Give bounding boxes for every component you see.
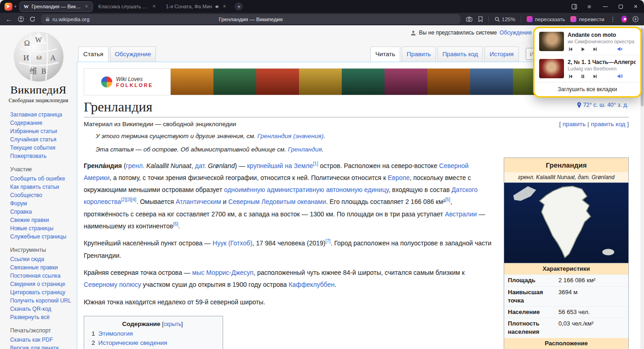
zoom-control[interactable]: 125% — [494, 17, 515, 22]
pause-icon[interactable] — [580, 74, 586, 79]
text-segment: . — [323, 133, 325, 140]
retell-button[interactable]: пересказать — [527, 16, 565, 22]
text-segment: Крупнейший населённый пункт острова — — [84, 239, 213, 247]
kebab-menu-icon[interactable]: ⋮ — [610, 16, 616, 23]
toc-link[interactable]: Исторические сведения — [98, 339, 167, 346]
text-link[interactable]: крупнейший на Земле — [247, 162, 313, 169]
tab-read[interactable]: Читать — [370, 47, 400, 62]
previous-track-icon[interactable] — [568, 74, 573, 79]
sidebar-item-permanent-link[interactable]: Постоянная ссылка — [10, 273, 60, 279]
reference-link[interactable]: [5] — [445, 198, 450, 203]
wikipedia-logo[interactable]: Ω W И ω A 维 В — [12, 29, 66, 83]
text-link[interactable]: Австралии — [445, 210, 477, 218]
browser-tab-classic-music[interactable]: Классика слушать онлайн × — [94, 2, 160, 12]
previous-track-icon[interactable] — [568, 47, 573, 52]
hatnote[interactable]: Эта статья — об острове. Об администрати… — [96, 145, 629, 154]
close-tab-icon[interactable]: × — [85, 4, 88, 9]
play-icon[interactable] — [580, 47, 586, 52]
sidebar-item-contents[interactable]: Содержание — [10, 120, 42, 126]
translate-button[interactable]: перевести — [570, 16, 604, 22]
voice-assistant-icon[interactable] — [621, 16, 627, 23]
sidebar-item-related-changes[interactable]: Связанные правки — [10, 264, 58, 271]
browser-tab-sonata[interactable]: 1-я Соната, Фа Мин × — [162, 2, 230, 12]
text-link[interactable]: Северному полюсу — [84, 281, 141, 288]
sidebar-item-recent-changes[interactable]: Свежие правки — [10, 217, 49, 223]
sidebar-item-how-to-edit[interactable]: Как править статьи — [10, 184, 59, 190]
text-link[interactable]: гренл. — [126, 162, 144, 169]
sidebar-item-forum[interactable]: Форум — [10, 200, 27, 207]
text-link[interactable]: дат. — [195, 162, 206, 169]
profile-icon[interactable] — [18, 16, 24, 22]
side-panel-icon[interactable] — [571, 4, 577, 10]
sidebar-item-new-pages[interactable]: Новые страницы — [10, 225, 53, 232]
new-tab-button[interactable]: + — [235, 2, 243, 11]
text-link[interactable]: Нуук (Готхоб) — [213, 239, 253, 247]
sidebar-item-help[interactable]: Справка — [10, 209, 32, 215]
mute-all-tabs-button[interactable]: Заглушить все вкладки — [535, 82, 640, 96]
sidebar-item-current-events[interactable]: Текущие события — [10, 145, 55, 151]
sidebar-item-featured[interactable]: Избранные статьи — [10, 128, 57, 134]
menu-icon[interactable]: ≡ — [587, 3, 591, 10]
sidebar-item-expand-all[interactable]: Развернуть всё — [10, 314, 50, 320]
volume-icon[interactable] — [617, 73, 623, 79]
browser-logo-icon[interactable] — [5, 3, 12, 11]
reference-link[interactable]: [1] — [313, 161, 318, 166]
reference-link[interactable]: [6] — [173, 221, 178, 227]
table-of-contents: Содержание [скрыть] 1Этимология 2Историч… — [84, 316, 223, 349]
address-bar[interactable]: ru.wikipedia.org Гренландия — Википедия — [41, 14, 460, 24]
text-link[interactable]: Атлантическим — [176, 198, 221, 205]
downloads-icon[interactable] — [632, 16, 638, 22]
satellite-image[interactable] — [504, 182, 628, 263]
tab-edit[interactable]: Править — [402, 47, 436, 62]
sidebar-item-random[interactable]: Случайная статья — [10, 136, 56, 143]
tab-article[interactable]: Статья — [78, 47, 109, 62]
sidebar-item-donate[interactable]: Пожертвовать — [10, 153, 46, 159]
maximize-icon[interactable] — [619, 5, 623, 9]
browser-tab-wikipedia[interactable]: W Гренландия — Википедия × — [20, 2, 92, 12]
next-track-icon[interactable] — [592, 74, 598, 79]
edit-source-link[interactable]: править код — [591, 121, 625, 128]
text-link[interactable]: Гренландия — [288, 146, 322, 153]
tab-talk[interactable]: Обсуждение — [110, 47, 156, 62]
text-link[interactable]: Гренландия (значения) — [258, 133, 324, 140]
tab-edit-source[interactable]: Править код — [437, 47, 483, 62]
edit-link[interactable]: править — [563, 121, 586, 128]
text-link[interactable]: Каффеклуббен — [288, 281, 334, 288]
next-track-icon[interactable] — [592, 47, 598, 52]
tab-history[interactable]: История — [484, 47, 518, 62]
zoom-level: 125% — [502, 17, 515, 22]
close-window-icon[interactable]: × — [634, 3, 638, 10]
reference-link[interactable]: [7] — [326, 239, 331, 244]
coordinates-indicator[interactable]: 72° с. ш. 40° з. д. — [577, 102, 628, 108]
back-icon[interactable]: ← — [6, 15, 12, 23]
sidebar-item-community[interactable]: Сообщество — [10, 192, 42, 198]
chevron-down-icon[interactable]: ▾ — [14, 4, 17, 9]
sidebar-item-short-url[interactable]: Получить короткий URL — [10, 297, 71, 304]
bookmark-icon[interactable] — [478, 16, 483, 22]
volume-muted-icon[interactable] — [617, 46, 623, 52]
sidebar-item-main-page[interactable]: Заглавная страница — [10, 111, 62, 118]
sidebar-item-printable-version[interactable]: Версия для печати — [10, 345, 58, 349]
text-link[interactable]: Северным Ледовитым океанами — [228, 198, 326, 205]
close-tab-icon[interactable]: × — [153, 4, 156, 9]
sidebar-item-download-pdf[interactable]: Скачать как PDF — [10, 337, 53, 343]
toc-hide-link[interactable]: скрыть — [164, 321, 181, 327]
minimize-icon[interactable] — [603, 6, 608, 7]
sidebar-item-qr-code[interactable]: Скачать QR-код — [10, 306, 51, 312]
screenshot-icon[interactable] — [466, 16, 472, 22]
sidebar-item-page-info[interactable]: Сведения о странице — [10, 281, 65, 287]
sidebar-item-report-error[interactable]: Сообщить об ошибке — [10, 175, 65, 182]
refresh-icon[interactable] — [29, 16, 35, 22]
sidebar-item-cite-page[interactable]: Цитировать страницу — [10, 289, 65, 296]
text-link[interactable]: Европе — [388, 174, 410, 181]
close-tab-icon[interactable]: × — [223, 4, 226, 9]
text-link[interactable]: одноимённую административную автономную … — [224, 186, 389, 193]
sidebar-item-special-pages[interactable]: Служебные страницы — [10, 233, 66, 240]
sidebar-item-what-links-here[interactable]: Ссылки сюда — [10, 256, 44, 262]
hatnote[interactable]: У этого термина существуют и другие знач… — [96, 132, 629, 141]
toc-link[interactable]: Этимология — [98, 330, 133, 337]
reference-link[interactable]: [2][3][4] — [121, 198, 136, 203]
folklore-logo-icon — [101, 76, 112, 87]
personal-talk-link[interactable]: Обсуждение — [500, 29, 532, 36]
text-link[interactable]: мыс Моррис-Джесуп — [192, 269, 253, 276]
